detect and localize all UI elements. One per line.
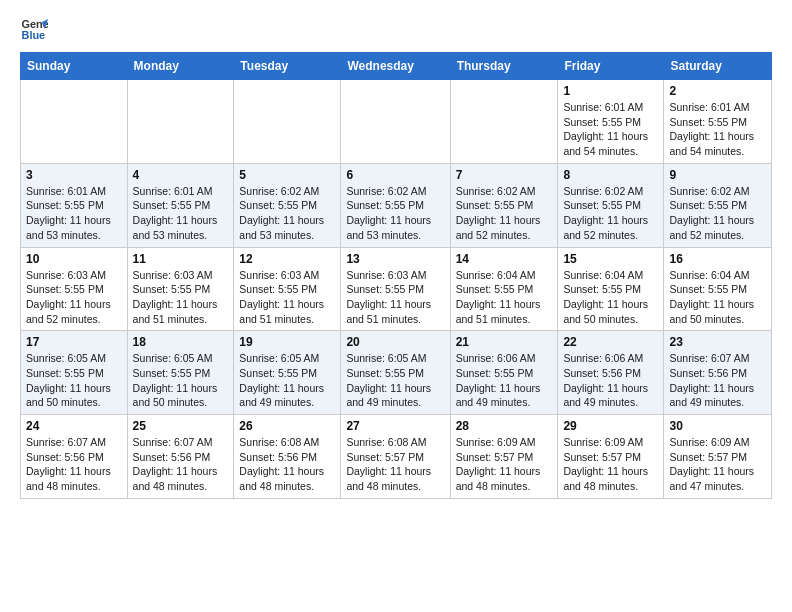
calendar-cell: 21Sunrise: 6:06 AMSunset: 5:55 PMDayligh… (450, 331, 558, 415)
day-number: 22 (563, 335, 658, 349)
day-info: Sunrise: 6:02 AMSunset: 5:55 PMDaylight:… (563, 184, 658, 243)
day-info: Sunrise: 6:02 AMSunset: 5:55 PMDaylight:… (239, 184, 335, 243)
day-info: Sunrise: 6:07 AMSunset: 5:56 PMDaylight:… (669, 351, 766, 410)
weekday-header-row: SundayMondayTuesdayWednesdayThursdayFrid… (21, 53, 772, 80)
day-number: 9 (669, 168, 766, 182)
day-info: Sunrise: 6:04 AMSunset: 5:55 PMDaylight:… (563, 268, 658, 327)
calendar-cell: 19Sunrise: 6:05 AMSunset: 5:55 PMDayligh… (234, 331, 341, 415)
day-number: 5 (239, 168, 335, 182)
day-number: 15 (563, 252, 658, 266)
day-number: 19 (239, 335, 335, 349)
calendar-cell: 24Sunrise: 6:07 AMSunset: 5:56 PMDayligh… (21, 415, 128, 499)
day-info: Sunrise: 6:06 AMSunset: 5:56 PMDaylight:… (563, 351, 658, 410)
page: General Blue SundayMondayTuesdayWednesda… (0, 0, 792, 515)
calendar-week-row: 17Sunrise: 6:05 AMSunset: 5:55 PMDayligh… (21, 331, 772, 415)
day-number: 13 (346, 252, 444, 266)
day-number: 24 (26, 419, 122, 433)
day-number: 17 (26, 335, 122, 349)
calendar-week-row: 3Sunrise: 6:01 AMSunset: 5:55 PMDaylight… (21, 163, 772, 247)
calendar-cell: 23Sunrise: 6:07 AMSunset: 5:56 PMDayligh… (664, 331, 772, 415)
calendar-cell: 8Sunrise: 6:02 AMSunset: 5:55 PMDaylight… (558, 163, 664, 247)
header: General Blue (20, 16, 772, 44)
calendar-cell: 25Sunrise: 6:07 AMSunset: 5:56 PMDayligh… (127, 415, 234, 499)
weekday-header-friday: Friday (558, 53, 664, 80)
day-number: 14 (456, 252, 553, 266)
day-info: Sunrise: 6:07 AMSunset: 5:56 PMDaylight:… (133, 435, 229, 494)
calendar-cell: 2Sunrise: 6:01 AMSunset: 5:55 PMDaylight… (664, 80, 772, 164)
day-info: Sunrise: 6:07 AMSunset: 5:56 PMDaylight:… (26, 435, 122, 494)
day-info: Sunrise: 6:05 AMSunset: 5:55 PMDaylight:… (133, 351, 229, 410)
day-number: 16 (669, 252, 766, 266)
day-number: 25 (133, 419, 229, 433)
calendar-cell: 30Sunrise: 6:09 AMSunset: 5:57 PMDayligh… (664, 415, 772, 499)
calendar-cell (450, 80, 558, 164)
day-info: Sunrise: 6:04 AMSunset: 5:55 PMDaylight:… (456, 268, 553, 327)
calendar-cell (341, 80, 450, 164)
calendar-cell: 20Sunrise: 6:05 AMSunset: 5:55 PMDayligh… (341, 331, 450, 415)
day-number: 23 (669, 335, 766, 349)
day-info: Sunrise: 6:03 AMSunset: 5:55 PMDaylight:… (239, 268, 335, 327)
day-info: Sunrise: 6:09 AMSunset: 5:57 PMDaylight:… (669, 435, 766, 494)
day-info: Sunrise: 6:01 AMSunset: 5:55 PMDaylight:… (26, 184, 122, 243)
calendar-cell: 7Sunrise: 6:02 AMSunset: 5:55 PMDaylight… (450, 163, 558, 247)
calendar-cell: 4Sunrise: 6:01 AMSunset: 5:55 PMDaylight… (127, 163, 234, 247)
day-info: Sunrise: 6:08 AMSunset: 5:57 PMDaylight:… (346, 435, 444, 494)
calendar-cell: 3Sunrise: 6:01 AMSunset: 5:55 PMDaylight… (21, 163, 128, 247)
day-info: Sunrise: 6:03 AMSunset: 5:55 PMDaylight:… (133, 268, 229, 327)
calendar-cell: 18Sunrise: 6:05 AMSunset: 5:55 PMDayligh… (127, 331, 234, 415)
calendar-table: SundayMondayTuesdayWednesdayThursdayFrid… (20, 52, 772, 499)
weekday-header-thursday: Thursday (450, 53, 558, 80)
calendar-cell: 1Sunrise: 6:01 AMSunset: 5:55 PMDaylight… (558, 80, 664, 164)
day-number: 29 (563, 419, 658, 433)
day-info: Sunrise: 6:01 AMSunset: 5:55 PMDaylight:… (133, 184, 229, 243)
day-number: 2 (669, 84, 766, 98)
calendar-cell: 22Sunrise: 6:06 AMSunset: 5:56 PMDayligh… (558, 331, 664, 415)
calendar-cell: 12Sunrise: 6:03 AMSunset: 5:55 PMDayligh… (234, 247, 341, 331)
day-number: 1 (563, 84, 658, 98)
calendar-cell (234, 80, 341, 164)
generalblue-logo-icon: General Blue (20, 16, 48, 44)
calendar-week-row: 10Sunrise: 6:03 AMSunset: 5:55 PMDayligh… (21, 247, 772, 331)
day-info: Sunrise: 6:02 AMSunset: 5:55 PMDaylight:… (346, 184, 444, 243)
day-number: 26 (239, 419, 335, 433)
calendar-cell: 14Sunrise: 6:04 AMSunset: 5:55 PMDayligh… (450, 247, 558, 331)
calendar-cell: 5Sunrise: 6:02 AMSunset: 5:55 PMDaylight… (234, 163, 341, 247)
logo: General Blue (20, 16, 48, 44)
calendar-cell: 28Sunrise: 6:09 AMSunset: 5:57 PMDayligh… (450, 415, 558, 499)
calendar-cell: 17Sunrise: 6:05 AMSunset: 5:55 PMDayligh… (21, 331, 128, 415)
day-info: Sunrise: 6:09 AMSunset: 5:57 PMDaylight:… (456, 435, 553, 494)
day-number: 4 (133, 168, 229, 182)
svg-text:Blue: Blue (22, 29, 46, 41)
calendar-cell: 15Sunrise: 6:04 AMSunset: 5:55 PMDayligh… (558, 247, 664, 331)
day-number: 8 (563, 168, 658, 182)
day-number: 28 (456, 419, 553, 433)
weekday-header-tuesday: Tuesday (234, 53, 341, 80)
calendar-cell: 11Sunrise: 6:03 AMSunset: 5:55 PMDayligh… (127, 247, 234, 331)
calendar-cell: 26Sunrise: 6:08 AMSunset: 5:56 PMDayligh… (234, 415, 341, 499)
day-info: Sunrise: 6:01 AMSunset: 5:55 PMDaylight:… (669, 100, 766, 159)
calendar-week-row: 24Sunrise: 6:07 AMSunset: 5:56 PMDayligh… (21, 415, 772, 499)
calendar-cell: 6Sunrise: 6:02 AMSunset: 5:55 PMDaylight… (341, 163, 450, 247)
calendar-cell: 13Sunrise: 6:03 AMSunset: 5:55 PMDayligh… (341, 247, 450, 331)
day-number: 12 (239, 252, 335, 266)
day-info: Sunrise: 6:08 AMSunset: 5:56 PMDaylight:… (239, 435, 335, 494)
calendar-cell: 16Sunrise: 6:04 AMSunset: 5:55 PMDayligh… (664, 247, 772, 331)
day-info: Sunrise: 6:05 AMSunset: 5:55 PMDaylight:… (26, 351, 122, 410)
calendar-cell: 9Sunrise: 6:02 AMSunset: 5:55 PMDaylight… (664, 163, 772, 247)
calendar-cell: 27Sunrise: 6:08 AMSunset: 5:57 PMDayligh… (341, 415, 450, 499)
day-number: 20 (346, 335, 444, 349)
calendar-cell (21, 80, 128, 164)
calendar-cell: 10Sunrise: 6:03 AMSunset: 5:55 PMDayligh… (21, 247, 128, 331)
day-info: Sunrise: 6:01 AMSunset: 5:55 PMDaylight:… (563, 100, 658, 159)
day-info: Sunrise: 6:05 AMSunset: 5:55 PMDaylight:… (346, 351, 444, 410)
calendar-cell: 29Sunrise: 6:09 AMSunset: 5:57 PMDayligh… (558, 415, 664, 499)
calendar-week-row: 1Sunrise: 6:01 AMSunset: 5:55 PMDaylight… (21, 80, 772, 164)
day-info: Sunrise: 6:03 AMSunset: 5:55 PMDaylight:… (26, 268, 122, 327)
day-info: Sunrise: 6:02 AMSunset: 5:55 PMDaylight:… (669, 184, 766, 243)
day-number: 11 (133, 252, 229, 266)
day-info: Sunrise: 6:09 AMSunset: 5:57 PMDaylight:… (563, 435, 658, 494)
day-number: 27 (346, 419, 444, 433)
day-info: Sunrise: 6:02 AMSunset: 5:55 PMDaylight:… (456, 184, 553, 243)
day-info: Sunrise: 6:03 AMSunset: 5:55 PMDaylight:… (346, 268, 444, 327)
weekday-header-wednesday: Wednesday (341, 53, 450, 80)
